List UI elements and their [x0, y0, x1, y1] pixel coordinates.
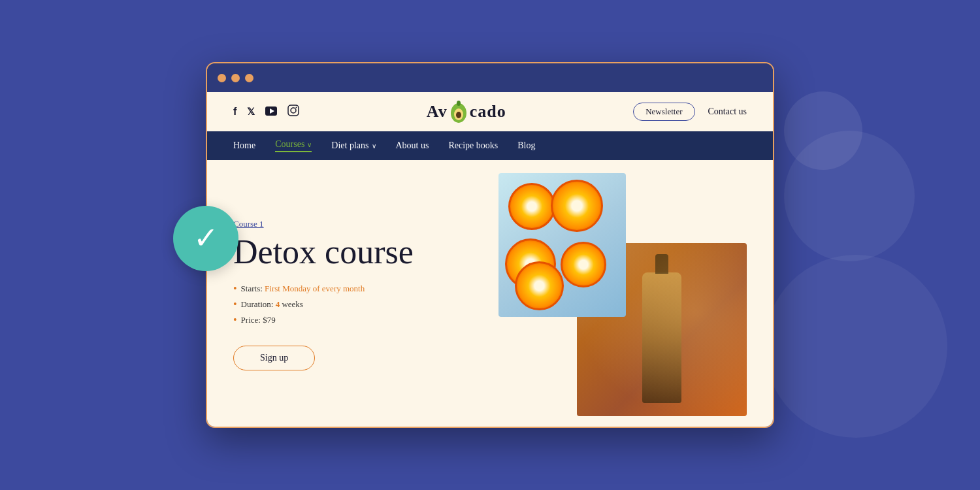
orange-slice-5 [515, 261, 564, 310]
newsletter-button[interactable]: Newsletter [633, 103, 694, 121]
facebook-icon[interactable]: f [233, 106, 237, 118]
nav-about-us[interactable]: About us [396, 140, 429, 151]
social-icons-group: f 𝕏 [233, 105, 299, 120]
site-logo: Av cado [427, 100, 506, 123]
diet-plans-chevron-icon: ∨ [372, 142, 376, 150]
svg-point-4 [296, 106, 297, 108]
site-navigation: Home Courses ∨ Diet plans ∨ About us Rec… [207, 131, 773, 160]
hero-section: Course 1 Detox course Starts: First Mond… [207, 160, 773, 428]
hero-bullet-list: Starts: First Monday of every month Dura… [233, 283, 479, 330]
bg-decorative-circle-3 [764, 255, 947, 438]
youtube-icon[interactable] [265, 106, 277, 118]
traffic-light-red [218, 74, 226, 82]
svg-point-3 [291, 108, 296, 113]
orange-slice-1 [508, 183, 555, 230]
nav-recipe-books[interactable]: Recipe books [448, 140, 498, 151]
site-header: f 𝕏 Av [207, 92, 773, 131]
orange-slice-2 [551, 180, 603, 232]
nav-blog[interactable]: Blog [517, 140, 535, 151]
bullet-price: Price: $79 [233, 314, 479, 326]
check-icon: ✓ [193, 223, 219, 253]
hero-title: Detox course [233, 233, 479, 270]
avocado-logo-icon [449, 100, 468, 123]
check-badge: ✓ [173, 206, 238, 271]
site-content: f 𝕏 Av [207, 92, 773, 428]
orange-slice-4 [561, 242, 606, 287]
svg-point-7 [456, 112, 461, 118]
twitter-icon[interactable]: 𝕏 [247, 106, 255, 118]
nav-home[interactable]: Home [233, 140, 255, 151]
svg-rect-2 [288, 105, 299, 116]
instagram-icon[interactable] [287, 105, 299, 120]
bullet-duration: Duration: 4 weeks [233, 299, 479, 310]
course-label: Course 1 [233, 219, 479, 229]
hero-images-area [498, 173, 747, 416]
browser-titlebar [207, 63, 773, 92]
courses-chevron-icon: ∨ [307, 141, 312, 148]
hero-text-area: Course 1 Detox course Starts: First Mond… [233, 173, 479, 416]
traffic-light-green [245, 74, 253, 82]
nav-diet-plans[interactable]: Diet plans ∨ [331, 140, 376, 151]
traffic-light-yellow [231, 74, 240, 82]
hero-image-oranges [498, 173, 626, 317]
nav-courses[interactable]: Courses ∨ [275, 139, 312, 152]
browser-window: f 𝕏 Av [206, 62, 774, 428]
header-right: Newsletter Contact us [633, 103, 747, 121]
svg-point-8 [457, 101, 461, 106]
contact-link[interactable]: Contact us [708, 106, 747, 117]
signup-button[interactable]: Sign up [233, 346, 315, 370]
bg-decorative-circle-2 [784, 131, 915, 261]
bullet-starts: Starts: First Monday of every month [233, 283, 479, 295]
